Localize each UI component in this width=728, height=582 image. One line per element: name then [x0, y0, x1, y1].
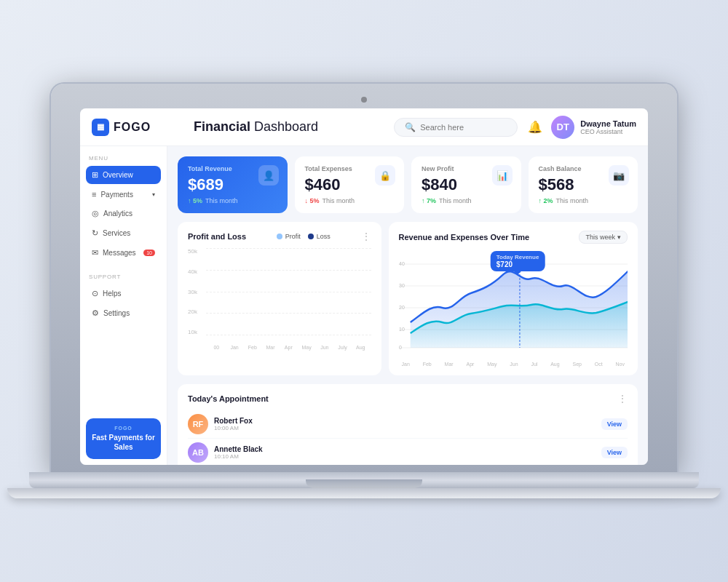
view-button[interactable]: View	[601, 418, 628, 430]
bar-chart-x-labels: 00JanFebMarAprMayJunJulyAug	[206, 345, 371, 350]
laptop-foot	[7, 488, 721, 498]
line-x-label: Jun	[510, 362, 518, 367]
app: ▦ FOGO Financial Dashboard 🔍 🔔	[80, 108, 648, 465]
line-x-label: Apr	[466, 362, 474, 367]
svg-text:40: 40	[399, 260, 405, 268]
bar-x-label: Mar	[263, 345, 278, 350]
appointments-header: Today's Appointment ⋮	[188, 393, 628, 404]
appointments-list: RF Robert Fox 10:00 AM View AB Annette B…	[188, 410, 628, 465]
stat-cards-row: Total Revenue 👤 $689 ↑ 5% This month Tot…	[178, 156, 638, 213]
new-profit-change: ↑ 7% This month	[422, 197, 511, 204]
cash-balance-icon: 📷	[609, 165, 629, 186]
sidebar-menu-label: Menu	[86, 155, 161, 162]
apt-avatar: RF	[188, 414, 208, 434]
sidebar: Menu ⊞ Overview ≡ Payments ▾ ◎ Analy	[80, 146, 167, 465]
messages-icon: ✉	[92, 248, 98, 258]
page-title-area: Financial Dashboard	[172, 119, 394, 135]
line-x-label: May	[487, 362, 496, 367]
laptop-container: ▦ FOGO Financial Dashboard 🔍 🔔	[51, 84, 677, 498]
revenue-tooltip: Today Revenue $720	[491, 251, 545, 271]
total-revenue-change: ↑ 5% This month	[188, 197, 277, 204]
bar-x-label: Jun	[317, 345, 332, 350]
svg-text:20: 20	[399, 304, 405, 311]
legend-loss-dot	[308, 234, 314, 239]
line-x-label: Sep	[572, 362, 581, 367]
screen-bezel: ▦ FOGO Financial Dashboard 🔍 🔔	[51, 84, 677, 472]
line-x-label: Jan	[402, 362, 410, 367]
logo-icon: ▦	[92, 119, 109, 136]
sidebar-support-label: Support	[86, 274, 161, 280]
camera	[361, 97, 367, 103]
svg-text:10: 10	[399, 326, 405, 333]
sidebar-promo-title: Fast Payments for Sales	[92, 433, 155, 452]
legend-profit-dot	[277, 234, 282, 239]
appointments-row: Today's Appointment ⋮ RF Robert Fox 10:0…	[178, 384, 638, 465]
logo-text: FOGO	[114, 121, 151, 134]
profit-loss-chart-card: Profit and Loss Profit Loss	[178, 222, 381, 375]
messages-badge: 10	[143, 250, 155, 256]
svg-text:0: 0	[399, 344, 402, 351]
total-expenses-change-pct: ↓ 5%	[305, 197, 320, 204]
page-title: Financial Dashboard	[194, 119, 318, 134]
user-name: Dwayne Tatum	[580, 119, 636, 128]
apt-time: 10:10 AM	[214, 453, 596, 460]
view-button[interactable]: View	[601, 447, 628, 458]
services-icon: ↻	[92, 228, 98, 238]
stat-card-cash-balance: Cash Balance 📷 $568 ↑ 2% This month	[529, 156, 638, 213]
stat-card-total-revenue: Total Revenue 👤 $689 ↑ 5% This month	[178, 156, 288, 213]
user-avatar-area: DT Dwayne Tatum CEO Assistant	[551, 116, 636, 139]
avatar: DT	[551, 116, 574, 139]
sidebar-item-settings[interactable]: ⚙ Settings	[86, 304, 161, 322]
apt-info: Annette Black 10:10 AM	[214, 445, 596, 460]
profit-loss-header: Profit and Loss Profit Loss	[188, 231, 371, 242]
total-revenue-icon: 👤	[258, 165, 279, 186]
sidebar-item-overview[interactable]: ⊞ Overview	[86, 166, 161, 184]
profit-loss-menu[interactable]: ⋮	[361, 231, 371, 242]
apt-name: Robert Fox	[214, 417, 596, 425]
new-profit-change-pct: ↑ 7%	[422, 197, 436, 204]
stat-card-total-expenses: Total Expenses 🔒 $460 ↓ 5% This month	[295, 156, 405, 213]
sidebar-promo[interactable]: FOGO Fast Payments for Sales	[86, 418, 161, 459]
sidebar-item-messages[interactable]: ✉ Messages 10	[86, 244, 161, 262]
camera-bar	[80, 97, 648, 103]
payments-chevron: ▾	[152, 191, 155, 198]
bar-x-label: Apr	[281, 345, 296, 350]
helps-icon: ⊙	[92, 289, 98, 298]
logo-area: ▦ FOGO	[92, 119, 172, 136]
sidebar-item-services[interactable]: ↻ Services	[86, 224, 161, 242]
revenue-filter-btn[interactable]: This week ▾	[579, 231, 628, 244]
revenue-chart-title: Revenue and Expenses Over Time	[399, 233, 530, 242]
cash-balance-change-pct: ↑ 2%	[539, 197, 553, 204]
revenue-chart-header: Revenue and Expenses Over Time This week…	[399, 231, 628, 244]
total-expenses-change: ↓ 5% This month	[305, 197, 395, 204]
settings-icon: ⚙	[92, 308, 99, 318]
bar-x-label: Aug	[353, 345, 368, 350]
bar-chart-area: 50k 40k 30k 20k 10k	[188, 248, 371, 350]
bar-chart-bars	[206, 248, 371, 335]
bar-x-label: Jan	[227, 345, 242, 350]
sidebar-item-analytics[interactable]: ◎ Analytics	[86, 204, 161, 223]
profit-loss-legend: Profit Loss	[277, 233, 331, 240]
line-x-label: Aug	[550, 362, 559, 367]
apt-avatar: AB	[188, 442, 208, 463]
filter-chevron-icon: ▾	[617, 234, 621, 241]
line-x-label: Feb	[423, 362, 432, 367]
user-role: CEO Assistant	[580, 128, 636, 135]
bell-button[interactable]: 🔔	[528, 120, 542, 134]
apt-name: Annette Black	[214, 445, 596, 453]
appointments-menu[interactable]: ⋮	[617, 393, 628, 404]
sidebar-item-helps[interactable]: ⊙ Helps	[86, 284, 161, 303]
user-info: Dwayne Tatum CEO Assistant	[580, 119, 636, 135]
search-input[interactable]	[420, 123, 507, 132]
line-chart-x-labels: JanFebMarAprMayJunJulAugSepOctNov	[399, 362, 628, 367]
appointments-card: Today's Appointment ⋮ RF Robert Fox 10:0…	[178, 384, 638, 465]
sidebar-item-payments[interactable]: ≡ Payments ▾	[86, 186, 161, 203]
search-bar[interactable]: 🔍	[394, 118, 518, 137]
laptop-notch	[306, 479, 422, 488]
sidebar-promo-label: FOGO	[92, 426, 155, 431]
profit-loss-title: Profit and Loss	[188, 232, 246, 241]
bar-x-label: 00	[209, 345, 224, 350]
bar-x-label: July	[335, 345, 350, 350]
bar-x-label: Feb	[245, 345, 260, 350]
topbar: ▦ FOGO Financial Dashboard 🔍 🔔	[80, 108, 648, 146]
